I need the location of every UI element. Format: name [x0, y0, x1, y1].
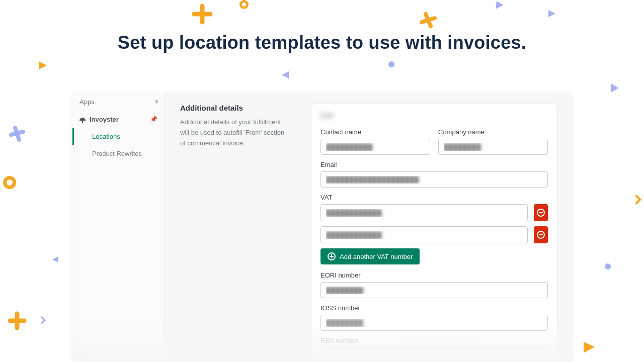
section-title: Additional details	[180, 104, 291, 112]
plus-icon	[9, 126, 26, 143]
remove-vat-button[interactable]	[534, 204, 548, 221]
app-label: Invoyster	[90, 116, 119, 123]
pin-icon[interactable]: 📌	[150, 116, 157, 123]
ioss-input[interactable]	[320, 315, 548, 331]
ioss-label: IOSS number	[320, 304, 548, 312]
sidebar-item-locations[interactable]: Locations	[72, 128, 165, 145]
eori-input[interactable]	[320, 282, 548, 298]
remove-vat-button[interactable]	[534, 226, 548, 243]
triangle-icon	[38, 60, 48, 70]
eori-label: EORI number	[320, 272, 548, 279]
triangle-icon	[494, 0, 505, 11]
dot-icon	[388, 61, 394, 67]
svg-marker-3	[282, 71, 289, 78]
field-vat: VAT Add another VAT number	[320, 194, 548, 264]
vat-label: VAT	[320, 194, 548, 201]
sidebar-app-invoyster[interactable]: Invoyster 📌	[72, 111, 165, 128]
app-window: Apps Invoyster 📌 Locations Product Rewri…	[72, 93, 572, 362]
sidebar-item-product-rewrites[interactable]: Product Rewrites	[72, 145, 165, 162]
svg-marker-5	[611, 83, 619, 93]
field-company-name: Company name	[438, 128, 548, 155]
circle-icon	[239, 0, 249, 9]
vat-input[interactable]	[320, 226, 528, 243]
triangle-icon	[281, 70, 290, 79]
field-rex: REX number	[320, 337, 548, 362]
app-icon	[79, 118, 86, 121]
email-label: Email	[320, 161, 548, 168]
svg-marker-6	[584, 342, 595, 353]
svg-marker-4	[52, 256, 58, 262]
svg-marker-0	[496, 1, 504, 9]
vat-row	[320, 204, 548, 221]
section-text: Additional details of your fulfillment w…	[180, 117, 291, 148]
dot-icon	[605, 263, 611, 269]
sidebar: Apps Invoyster 📌 Locations Product Rewri…	[72, 93, 165, 362]
plus-icon	[191, 3, 213, 25]
triangle-icon	[609, 82, 620, 94]
form-card: Kyiv Contact name Company name Email VAT	[311, 104, 557, 362]
sidebar-apps-header[interactable]: Apps	[72, 93, 165, 111]
svg-marker-1	[548, 10, 555, 17]
section-description: Additional details Additional details of…	[180, 104, 291, 362]
plus-circle-icon	[328, 252, 336, 260]
field-contact-name: Contact name	[320, 128, 430, 155]
circle-icon	[3, 176, 16, 189]
card-header-blur: Kyiv	[320, 111, 548, 119]
plus-icon	[7, 311, 27, 331]
vat-input[interactable]	[320, 204, 528, 221]
add-vat-button[interactable]: Add another VAT number	[320, 248, 420, 264]
chevron-right-icon	[154, 100, 158, 104]
company-name-input[interactable]	[438, 139, 548, 155]
minus-circle-icon	[537, 231, 545, 239]
vat-row	[320, 226, 548, 243]
triangle-icon	[582, 340, 597, 355]
chevron-right-icon	[631, 195, 641, 205]
chevron-right-icon	[38, 316, 46, 324]
svg-marker-2	[39, 61, 47, 69]
field-email: Email	[320, 161, 548, 188]
minus-circle-icon	[537, 209, 545, 217]
rex-input[interactable]	[320, 347, 548, 362]
field-ioss: IOSS number	[320, 304, 548, 331]
triangle-icon	[547, 9, 556, 18]
main-content: Additional details Additional details of…	[165, 93, 572, 362]
triangle-icon	[51, 255, 59, 263]
field-eori: EORI number	[320, 272, 548, 298]
add-vat-label: Add another VAT number	[340, 253, 413, 260]
contact-name-label: Contact name	[320, 128, 430, 136]
plus-icon	[420, 12, 437, 29]
email-input[interactable]	[320, 171, 548, 188]
apps-label: Apps	[79, 98, 95, 106]
sidebar-item-label: Product Rewrites	[92, 150, 142, 157]
sidebar-item-label: Locations	[92, 133, 120, 140]
page-headline: Set up location templates to use with in…	[0, 32, 644, 53]
contact-name-input[interactable]	[320, 139, 430, 155]
company-name-label: Company name	[438, 128, 548, 136]
rex-label: REX number	[320, 337, 548, 344]
